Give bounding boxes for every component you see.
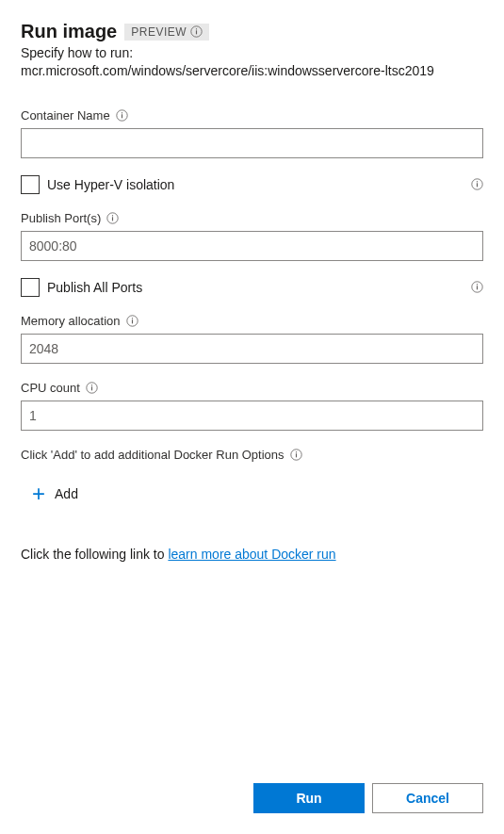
publish-all-checkbox[interactable] — [21, 278, 40, 297]
publish-all-label: Publish All Ports — [47, 280, 142, 295]
publish-ports-label: Publish Port(s) — [21, 211, 101, 225]
cancel-button[interactable]: Cancel — [372, 783, 483, 813]
info-icon[interactable] — [86, 382, 98, 394]
image-path: mcr.microsoft.com/windows/servercore/iis… — [21, 63, 434, 78]
subtitle: Specify how to run: mcr.microsoft.com/wi… — [21, 44, 483, 80]
cpu-label: CPU count — [21, 381, 80, 395]
learn-more-link[interactable]: learn more about Docker run — [168, 547, 335, 562]
additional-options-hint: Click 'Add' to add additional Docker Run… — [21, 448, 285, 462]
info-icon[interactable] — [106, 212, 119, 224]
info-icon[interactable] — [126, 315, 138, 327]
container-name-input[interactable] — [21, 128, 483, 158]
info-icon — [190, 25, 203, 38]
learn-more-text: Click the following link to learn more a… — [21, 547, 483, 562]
preview-badge-label: PREVIEW — [131, 25, 187, 39]
add-button[interactable]: + Add — [30, 479, 80, 509]
hyperv-label: Use Hyper-V isolation — [47, 177, 174, 192]
preview-badge: PREVIEW — [124, 24, 209, 41]
add-button-label: Add — [55, 486, 78, 501]
info-icon[interactable] — [290, 449, 302, 461]
info-icon[interactable] — [471, 281, 483, 293]
run-button[interactable]: Run — [253, 783, 365, 813]
subtitle-prefix: Specify how to run: — [21, 45, 133, 60]
info-icon[interactable] — [471, 178, 483, 190]
memory-label: Memory allocation — [21, 314, 121, 328]
info-icon[interactable] — [116, 109, 128, 122]
container-name-label: Container Name — [21, 108, 110, 123]
memory-input[interactable] — [21, 334, 483, 364]
page-title: Run image — [21, 21, 117, 42]
learn-more-prefix: Click the following link to — [21, 547, 168, 562]
plus-icon: + — [32, 482, 45, 505]
publish-ports-input[interactable] — [21, 231, 483, 261]
hyperv-checkbox[interactable] — [21, 175, 40, 194]
cpu-input[interactable] — [21, 401, 483, 431]
